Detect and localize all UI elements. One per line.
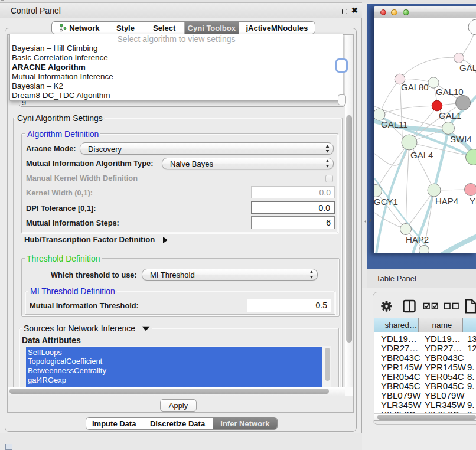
svg-text:HAP2: HAP2 xyxy=(406,234,429,244)
svg-text:GAL2: GAL2 xyxy=(459,63,476,73)
svg-text:GAL11: GAL11 xyxy=(381,119,408,129)
svg-text:GAL1: GAL1 xyxy=(439,110,461,120)
svg-text:HAP4: HAP4 xyxy=(435,196,458,206)
svg-text:GAL4: GAL4 xyxy=(410,150,433,160)
svg-text:GCY1: GCY1 xyxy=(374,197,398,207)
svg-text:GAL80: GAL80 xyxy=(401,82,429,92)
svg-text:GAL10: GAL10 xyxy=(436,87,464,97)
svg-text:SWI4: SWI4 xyxy=(450,134,472,144)
svg-text:YP: YP xyxy=(470,196,476,206)
